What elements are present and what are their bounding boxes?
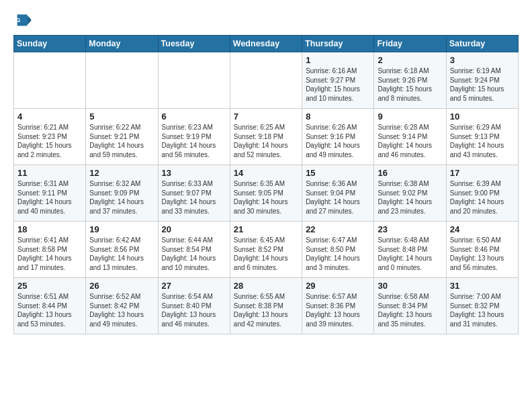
calendar-cell: 15Sunrise: 6:36 AM Sunset: 9:04 PM Dayli… [302, 165, 374, 222]
day-number: 28 [234, 281, 298, 291]
calendar-cell: 24Sunrise: 6:50 AM Sunset: 8:46 PM Dayli… [446, 222, 518, 278]
logo: G [13, 11, 35, 30]
day-header-friday: Friday [374, 36, 446, 52]
day-info: Sunrise: 6:19 AM Sunset: 9:24 PM Dayligh… [450, 66, 515, 103]
calendar-cell: 21Sunrise: 6:45 AM Sunset: 8:52 PM Dayli… [230, 222, 302, 278]
day-number: 8 [306, 111, 370, 122]
day-info: Sunrise: 6:42 AM Sunset: 8:56 PM Dayligh… [89, 236, 154, 272]
day-info: Sunrise: 6:26 AM Sunset: 9:16 PM Dayligh… [306, 123, 370, 159]
day-number: 27 [162, 281, 226, 291]
calendar-cell: 19Sunrise: 6:42 AM Sunset: 8:56 PM Dayli… [86, 222, 158, 278]
day-info: Sunrise: 6:51 AM Sunset: 8:44 PM Dayligh… [17, 292, 82, 328]
calendar-cell: 23Sunrise: 6:48 AM Sunset: 8:48 PM Dayli… [374, 222, 446, 278]
day-info: Sunrise: 6:54 AM Sunset: 8:40 PM Dayligh… [162, 292, 226, 328]
day-number: 11 [17, 168, 82, 178]
day-number: 24 [450, 224, 515, 234]
day-info: Sunrise: 6:23 AM Sunset: 9:19 PM Dayligh… [162, 123, 226, 159]
day-info: Sunrise: 6:45 AM Sunset: 8:52 PM Dayligh… [234, 236, 298, 272]
day-info: Sunrise: 6:18 AM Sunset: 9:26 PM Dayligh… [378, 66, 442, 103]
calendar-cell: 14Sunrise: 6:35 AM Sunset: 9:05 PM Dayli… [230, 165, 302, 222]
day-info: Sunrise: 6:36 AM Sunset: 9:04 PM Dayligh… [306, 179, 370, 216]
day-info: Sunrise: 6:58 AM Sunset: 8:34 PM Dayligh… [378, 292, 442, 328]
day-info: Sunrise: 6:57 AM Sunset: 8:36 PM Dayligh… [306, 292, 370, 328]
svg-marker-1 [28, 16, 31, 24]
day-header-monday: Monday [86, 36, 158, 52]
day-info: Sunrise: 6:55 AM Sunset: 8:38 PM Dayligh… [234, 292, 298, 328]
calendar-header-row: SundayMondayTuesdayWednesdayThursdayFrid… [14, 36, 519, 52]
svg-text:G: G [16, 17, 21, 24]
day-info: Sunrise: 6:39 AM Sunset: 9:00 PM Dayligh… [450, 179, 515, 216]
calendar-cell: 4Sunrise: 6:21 AM Sunset: 9:23 PM Daylig… [14, 109, 86, 165]
day-number: 14 [234, 168, 298, 178]
day-number: 13 [162, 168, 226, 178]
day-info: Sunrise: 6:33 AM Sunset: 9:07 PM Dayligh… [162, 179, 226, 216]
day-number: 16 [378, 168, 442, 178]
day-number: 5 [89, 111, 154, 122]
calendar-cell: 2Sunrise: 6:18 AM Sunset: 9:26 PM Daylig… [374, 52, 446, 109]
calendar-cell: 25Sunrise: 6:51 AM Sunset: 8:44 PM Dayli… [14, 278, 86, 334]
calendar-cell: 28Sunrise: 6:55 AM Sunset: 8:38 PM Dayli… [230, 278, 302, 334]
day-number: 6 [162, 111, 226, 122]
calendar-cell: 27Sunrise: 6:54 AM Sunset: 8:40 PM Dayli… [158, 278, 230, 334]
calendar-cell [86, 52, 158, 109]
day-info: Sunrise: 6:21 AM Sunset: 9:23 PM Dayligh… [17, 123, 82, 159]
day-number: 1 [306, 55, 370, 65]
calendar-week-3: 11Sunrise: 6:31 AM Sunset: 9:11 PM Dayli… [14, 165, 519, 222]
day-info: Sunrise: 6:16 AM Sunset: 9:27 PM Dayligh… [306, 66, 370, 103]
day-info: Sunrise: 6:38 AM Sunset: 9:02 PM Dayligh… [378, 179, 442, 216]
day-number: 22 [306, 224, 370, 234]
day-header-thursday: Thursday [302, 36, 374, 52]
day-info: Sunrise: 6:35 AM Sunset: 9:05 PM Dayligh… [234, 179, 298, 216]
day-info: Sunrise: 6:31 AM Sunset: 9:11 PM Dayligh… [17, 179, 82, 216]
day-header-wednesday: Wednesday [230, 36, 302, 52]
page: G SundayMondayTuesdayWednesdayThursdayFr… [0, 0, 532, 345]
day-info: Sunrise: 6:48 AM Sunset: 8:48 PM Dayligh… [378, 236, 442, 272]
calendar-cell: 30Sunrise: 6:58 AM Sunset: 8:34 PM Dayli… [374, 278, 446, 334]
day-header-saturday: Saturday [446, 36, 518, 52]
calendar-cell: 5Sunrise: 6:22 AM Sunset: 9:21 PM Daylig… [86, 109, 158, 165]
calendar-week-5: 25Sunrise: 6:51 AM Sunset: 8:44 PM Dayli… [14, 278, 519, 334]
calendar-cell [230, 52, 302, 109]
day-number: 25 [17, 281, 82, 291]
day-header-tuesday: Tuesday [158, 36, 230, 52]
calendar-week-1: 1Sunrise: 6:16 AM Sunset: 9:27 PM Daylig… [14, 52, 519, 109]
calendar-cell: 20Sunrise: 6:44 AM Sunset: 8:54 PM Dayli… [158, 222, 230, 278]
day-number: 18 [17, 224, 82, 234]
day-number: 17 [450, 168, 515, 178]
day-number: 29 [306, 281, 370, 291]
calendar-cell: 3Sunrise: 6:19 AM Sunset: 9:24 PM Daylig… [446, 52, 518, 109]
day-number: 2 [378, 55, 442, 65]
day-number: 4 [17, 111, 82, 122]
calendar-cell [14, 52, 86, 109]
day-number: 3 [450, 55, 515, 65]
calendar-cell: 31Sunrise: 7:00 AM Sunset: 8:32 PM Dayli… [446, 278, 518, 334]
calendar-cell: 18Sunrise: 6:41 AM Sunset: 8:58 PM Dayli… [14, 222, 86, 278]
day-number: 30 [378, 281, 442, 291]
day-number: 19 [89, 224, 154, 234]
calendar-table: SundayMondayTuesdayWednesdayThursdayFrid… [13, 35, 519, 334]
calendar-week-4: 18Sunrise: 6:41 AM Sunset: 8:58 PM Dayli… [14, 222, 519, 278]
day-header-sunday: Sunday [14, 36, 86, 52]
calendar-cell: 22Sunrise: 6:47 AM Sunset: 8:50 PM Dayli… [302, 222, 374, 278]
day-number: 7 [234, 111, 298, 122]
day-info: Sunrise: 7:00 AM Sunset: 8:32 PM Dayligh… [450, 292, 515, 328]
day-info: Sunrise: 6:29 AM Sunset: 9:13 PM Dayligh… [450, 123, 515, 159]
calendar-cell [158, 52, 230, 109]
calendar-cell: 11Sunrise: 6:31 AM Sunset: 9:11 PM Dayli… [14, 165, 86, 222]
day-info: Sunrise: 6:25 AM Sunset: 9:18 PM Dayligh… [234, 123, 298, 159]
day-info: Sunrise: 6:47 AM Sunset: 8:50 PM Dayligh… [306, 236, 370, 272]
calendar-cell: 12Sunrise: 6:32 AM Sunset: 9:09 PM Dayli… [86, 165, 158, 222]
day-number: 10 [450, 111, 515, 122]
day-info: Sunrise: 6:22 AM Sunset: 9:21 PM Dayligh… [89, 123, 154, 159]
day-number: 31 [450, 281, 515, 291]
calendar-cell: 6Sunrise: 6:23 AM Sunset: 9:19 PM Daylig… [158, 109, 230, 165]
day-number: 20 [162, 224, 226, 234]
day-number: 12 [89, 168, 154, 178]
calendar-cell: 29Sunrise: 6:57 AM Sunset: 8:36 PM Dayli… [302, 278, 374, 334]
header: G [13, 11, 519, 30]
day-number: 21 [234, 224, 298, 234]
day-info: Sunrise: 6:50 AM Sunset: 8:46 PM Dayligh… [450, 236, 515, 272]
day-info: Sunrise: 6:41 AM Sunset: 8:58 PM Dayligh… [17, 236, 82, 272]
calendar-cell: 1Sunrise: 6:16 AM Sunset: 9:27 PM Daylig… [302, 52, 374, 109]
day-number: 23 [378, 224, 442, 234]
